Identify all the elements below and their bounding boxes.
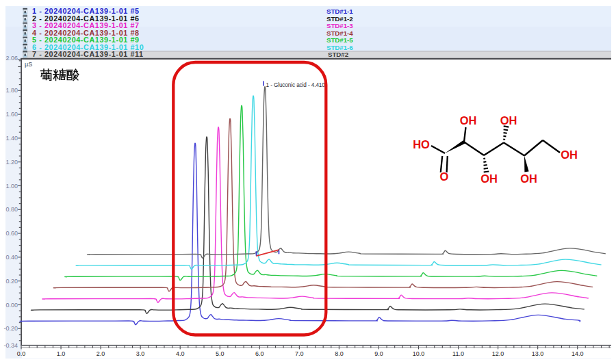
svg-text:8.0: 8.0 [335,350,344,357]
svg-text:HO: HO [413,138,430,151]
svg-text:-0.20: -0.20 [3,325,18,332]
svg-text:2.06: 2.06 [5,55,18,62]
svg-text:6.0: 6.0 [255,350,264,357]
svg-text:5.0: 5.0 [216,350,224,357]
svg-text:STD#1-6: STD#1-6 [326,44,353,51]
svg-text:OH: OH [460,114,477,127]
svg-text:1.80: 1.80 [5,87,18,94]
svg-text:14.0: 14.0 [572,350,584,357]
svg-text:10.0: 10.0 [413,350,425,357]
svg-text:STD#1-4: STD#1-4 [326,29,353,37]
svg-text:STD#1-3: STD#1-3 [326,22,353,29]
svg-text:3.0: 3.0 [136,350,145,357]
svg-text:OH: OH [500,114,517,127]
svg-text:7.0: 7.0 [295,350,304,357]
svg-text:1.0: 1.0 [57,350,66,357]
svg-text:0.40: 0.40 [5,254,18,261]
svg-text:STD#1-2: STD#1-2 [326,15,353,23]
svg-text:STD#1-5: STD#1-5 [326,36,353,44]
svg-text:0.60: 0.60 [5,230,18,237]
svg-text:µS: µS [25,61,32,68]
svg-text:-0.34: -0.34 [3,342,18,349]
svg-text:7 - 20240204-CA139-1-01 #11: 7 - 20240204-CA139-1-01 #11 [32,50,144,58]
svg-text:OH: OH [520,172,537,185]
svg-text:0.80: 0.80 [5,206,18,213]
svg-text:1.40: 1.40 [5,135,18,142]
svg-text:4.0: 4.0 [176,350,185,357]
svg-text:OH: OH [561,148,578,161]
svg-text:O: O [440,170,449,183]
svg-text:1 - Gluconic acid - 4.410: 1 - Gluconic acid - 4.410 [266,82,326,88]
svg-text:13.0: 13.0 [532,350,544,357]
svg-text:12.0: 12.0 [492,350,504,357]
svg-text:0.00: 0.00 [5,302,18,309]
svg-text:OH: OH [480,172,498,185]
svg-text:2.0: 2.0 [97,350,105,357]
svg-text:9.0: 9.0 [374,350,383,357]
svg-text:0.0: 0.0 [17,350,26,357]
svg-text:1.20: 1.20 [5,159,18,166]
svg-text:1.00: 1.00 [5,183,18,190]
svg-text:STD#1-1: STD#1-1 [326,8,353,15]
svg-text:0.20: 0.20 [5,278,18,285]
svg-text:1.60: 1.60 [5,111,18,118]
svg-text:STD#2: STD#2 [328,51,349,58]
svg-text:11.0: 11.0 [452,350,464,357]
